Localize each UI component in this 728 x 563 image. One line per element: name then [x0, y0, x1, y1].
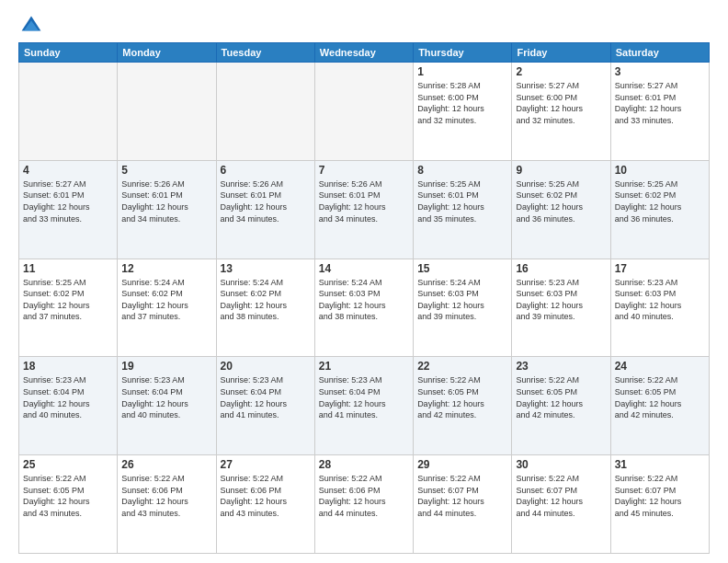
day-number: 15 — [417, 262, 507, 275]
calendar-week-row: 1Sunrise: 5:28 AM Sunset: 6:00 PM Daylig… — [19, 63, 710, 161]
day-number: 3 — [615, 65, 705, 78]
day-number: 6 — [221, 164, 311, 177]
weekday-header-wednesday: Wednesday — [314, 43, 413, 63]
day-info: Sunrise: 5:23 AM Sunset: 6:04 PM Dayligh… — [319, 374, 409, 420]
calendar-week-row: 25Sunrise: 5:22 AM Sunset: 6:05 PM Dayli… — [19, 455, 710, 554]
day-info: Sunrise: 5:23 AM Sunset: 6:04 PM Dayligh… — [221, 374, 311, 420]
day-info: Sunrise: 5:22 AM Sunset: 6:05 PM Dayligh… — [417, 374, 507, 420]
calendar-cell: 1Sunrise: 5:28 AM Sunset: 6:00 PM Daylig… — [414, 63, 512, 161]
calendar-cell: 15Sunrise: 5:24 AM Sunset: 6:03 PM Dayli… — [414, 259, 512, 357]
day-info: Sunrise: 5:27 AM Sunset: 6:00 PM Dayligh… — [516, 80, 606, 126]
day-info: Sunrise: 5:24 AM Sunset: 6:03 PM Dayligh… — [319, 277, 409, 323]
day-info: Sunrise: 5:22 AM Sunset: 6:05 PM Dayligh… — [23, 473, 113, 519]
calendar-cell: 2Sunrise: 5:27 AM Sunset: 6:00 PM Daylig… — [512, 63, 610, 161]
day-number: 14 — [319, 262, 409, 275]
calendar-cell: 14Sunrise: 5:24 AM Sunset: 6:03 PM Dayli… — [314, 259, 413, 357]
day-number: 4 — [23, 164, 113, 177]
day-number: 19 — [121, 360, 211, 373]
day-number: 28 — [319, 458, 409, 471]
day-number: 13 — [221, 262, 311, 275]
day-info: Sunrise: 5:22 AM Sunset: 6:05 PM Dayligh… — [615, 374, 705, 420]
day-info: Sunrise: 5:28 AM Sunset: 6:00 PM Dayligh… — [417, 80, 507, 126]
logo — [18, 15, 42, 37]
day-number: 7 — [319, 164, 409, 177]
weekday-header-tuesday: Tuesday — [216, 43, 314, 63]
day-info: Sunrise: 5:22 AM Sunset: 6:06 PM Dayligh… — [221, 473, 311, 519]
day-info: Sunrise: 5:23 AM Sunset: 6:03 PM Dayligh… — [516, 277, 606, 323]
day-info: Sunrise: 5:27 AM Sunset: 6:01 PM Dayligh… — [23, 178, 113, 224]
calendar-cell: 12Sunrise: 5:24 AM Sunset: 6:02 PM Dayli… — [118, 259, 216, 357]
weekday-header-saturday: Saturday — [610, 43, 709, 63]
day-info: Sunrise: 5:23 AM Sunset: 6:04 PM Dayligh… — [23, 374, 113, 420]
day-number: 30 — [516, 458, 606, 471]
calendar-cell — [216, 63, 314, 161]
day-number: 20 — [221, 360, 311, 373]
day-info: Sunrise: 5:25 AM Sunset: 6:02 PM Dayligh… — [615, 178, 705, 224]
day-info: Sunrise: 5:24 AM Sunset: 6:02 PM Dayligh… — [221, 277, 311, 323]
calendar-cell: 3Sunrise: 5:27 AM Sunset: 6:01 PM Daylig… — [610, 63, 709, 161]
day-number: 17 — [615, 262, 705, 275]
calendar-cell: 21Sunrise: 5:23 AM Sunset: 6:04 PM Dayli… — [314, 357, 413, 455]
calendar-cell: 10Sunrise: 5:25 AM Sunset: 6:02 PM Dayli… — [610, 160, 709, 259]
calendar-cell: 22Sunrise: 5:22 AM Sunset: 6:05 PM Dayli… — [414, 357, 512, 455]
calendar-cell — [19, 63, 118, 161]
day-number: 25 — [23, 458, 113, 471]
day-number: 8 — [417, 164, 507, 177]
calendar-week-row: 11Sunrise: 5:25 AM Sunset: 6:02 PM Dayli… — [19, 259, 710, 357]
weekday-header-sunday: Sunday — [19, 43, 118, 63]
day-number: 22 — [417, 360, 507, 373]
calendar-cell: 6Sunrise: 5:26 AM Sunset: 6:01 PM Daylig… — [216, 160, 314, 259]
day-number: 10 — [615, 164, 705, 177]
calendar-cell: 7Sunrise: 5:26 AM Sunset: 6:01 PM Daylig… — [314, 160, 413, 259]
day-number: 23 — [516, 360, 606, 373]
calendar-cell: 23Sunrise: 5:22 AM Sunset: 6:05 PM Dayli… — [512, 357, 610, 455]
calendar-cell: 26Sunrise: 5:22 AM Sunset: 6:06 PM Dayli… — [118, 455, 216, 554]
day-info: Sunrise: 5:24 AM Sunset: 6:02 PM Dayligh… — [121, 277, 211, 323]
calendar-cell — [314, 63, 413, 161]
calendar-cell: 5Sunrise: 5:26 AM Sunset: 6:01 PM Daylig… — [118, 160, 216, 259]
calendar-cell: 28Sunrise: 5:22 AM Sunset: 6:06 PM Dayli… — [314, 455, 413, 554]
calendar-cell: 13Sunrise: 5:24 AM Sunset: 6:02 PM Dayli… — [216, 259, 314, 357]
day-info: Sunrise: 5:22 AM Sunset: 6:06 PM Dayligh… — [319, 473, 409, 519]
calendar-cell: 27Sunrise: 5:22 AM Sunset: 6:06 PM Dayli… — [216, 455, 314, 554]
day-info: Sunrise: 5:26 AM Sunset: 6:01 PM Dayligh… — [121, 178, 211, 224]
page: SundayMondayTuesdayWednesdayThursdayFrid… — [0, 0, 728, 563]
day-info: Sunrise: 5:26 AM Sunset: 6:01 PM Dayligh… — [221, 178, 311, 224]
day-number: 2 — [516, 65, 606, 78]
day-number: 5 — [121, 164, 211, 177]
day-number: 11 — [23, 262, 113, 275]
day-number: 9 — [516, 164, 606, 177]
calendar-cell: 25Sunrise: 5:22 AM Sunset: 6:05 PM Dayli… — [19, 455, 118, 554]
logo-icon — [20, 15, 42, 37]
day-number: 21 — [319, 360, 409, 373]
day-info: Sunrise: 5:22 AM Sunset: 6:07 PM Dayligh… — [417, 473, 507, 519]
calendar-week-row: 4Sunrise: 5:27 AM Sunset: 6:01 PM Daylig… — [19, 160, 710, 259]
calendar-cell: 20Sunrise: 5:23 AM Sunset: 6:04 PM Dayli… — [216, 357, 314, 455]
day-info: Sunrise: 5:25 AM Sunset: 6:02 PM Dayligh… — [516, 178, 606, 224]
weekday-header-thursday: Thursday — [414, 43, 512, 63]
weekday-header-monday: Monday — [118, 43, 216, 63]
day-number: 29 — [417, 458, 507, 471]
day-info: Sunrise: 5:22 AM Sunset: 6:05 PM Dayligh… — [516, 374, 606, 420]
calendar-week-row: 18Sunrise: 5:23 AM Sunset: 6:04 PM Dayli… — [19, 357, 710, 455]
calendar-cell: 11Sunrise: 5:25 AM Sunset: 6:02 PM Dayli… — [19, 259, 118, 357]
calendar-cell — [118, 63, 216, 161]
day-number: 12 — [121, 262, 211, 275]
day-number: 1 — [417, 65, 507, 78]
day-number: 26 — [121, 458, 211, 471]
calendar-cell: 31Sunrise: 5:22 AM Sunset: 6:07 PM Dayli… — [610, 455, 709, 554]
day-number: 18 — [23, 360, 113, 373]
calendar-cell: 17Sunrise: 5:23 AM Sunset: 6:03 PM Dayli… — [610, 259, 709, 357]
calendar-cell: 30Sunrise: 5:22 AM Sunset: 6:07 PM Dayli… — [512, 455, 610, 554]
calendar-table: SundayMondayTuesdayWednesdayThursdayFrid… — [18, 42, 710, 554]
day-info: Sunrise: 5:22 AM Sunset: 6:07 PM Dayligh… — [516, 473, 606, 519]
header — [18, 15, 710, 37]
day-info: Sunrise: 5:25 AM Sunset: 6:02 PM Dayligh… — [23, 277, 113, 323]
day-info: Sunrise: 5:25 AM Sunset: 6:01 PM Dayligh… — [417, 178, 507, 224]
day-info: Sunrise: 5:27 AM Sunset: 6:01 PM Dayligh… — [615, 80, 705, 126]
day-number: 31 — [615, 458, 705, 471]
calendar-cell: 16Sunrise: 5:23 AM Sunset: 6:03 PM Dayli… — [512, 259, 610, 357]
day-info: Sunrise: 5:22 AM Sunset: 6:07 PM Dayligh… — [615, 473, 705, 519]
weekday-header-row: SundayMondayTuesdayWednesdayThursdayFrid… — [19, 43, 710, 63]
calendar-cell: 19Sunrise: 5:23 AM Sunset: 6:04 PM Dayli… — [118, 357, 216, 455]
